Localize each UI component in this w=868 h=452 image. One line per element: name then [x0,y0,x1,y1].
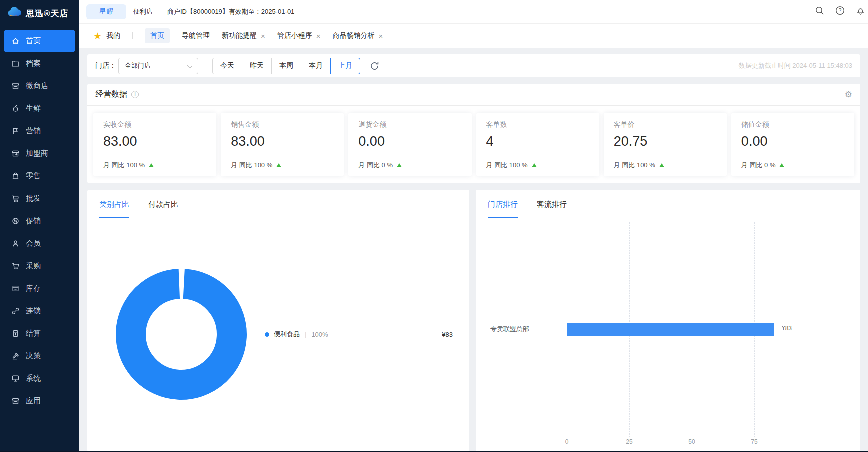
close-tab-icon[interactable]: × [316,32,321,40]
tab-label: 导航管理 [182,31,210,40]
storefront-icon [11,82,20,91]
stat-value: 83.00 [103,134,206,149]
logo-text: 思迅®天店 [26,8,69,19]
tab-payment-share[interactable]: 付款占比 [148,200,178,218]
stat-compare: 月 同比 0 % [358,161,393,170]
sidebar-item-apps[interactable]: 应用 [0,390,75,412]
sidebar-item-wholesale[interactable]: 批发 [0,187,75,210]
close-tab-icon[interactable]: × [379,32,383,40]
stat-card-order-count: 客单数 4 月 同比 100 % [476,113,599,176]
tab-bestseller-analysis[interactable]: 商品畅销分析 × [333,31,383,40]
bar-chart: 专卖联盟总部 ¥83 0 25 50 75 [476,218,860,452]
chevron-down-icon [187,63,192,68]
cart-icon [11,262,20,271]
trend-up-icon [276,163,281,167]
range-this-week-button[interactable]: 本周 [271,58,301,74]
monitor-icon [11,374,20,383]
tab-traffic-ranking[interactable]: 客流排行 [537,200,567,218]
sidebar-item-label: 决策 [26,351,41,361]
sidebar-menu: 首页 档案 微商店 生鲜 营销 加盟商 零售 批发 [0,27,79,412]
sidebar-item-chain[interactable]: 连锁 [0,300,75,322]
stat-card-received-amount: 实收金额 83.00 月 同比 100 % [93,113,216,176]
sidebar-item-home[interactable]: 首页 [4,30,75,52]
home-icon [11,37,20,46]
tab-store-miniprogram[interactable]: 管店小程序 × [277,31,321,40]
filter-bar: 门店： 全部门店 今天 昨天 本周 本月 上月 数据更新截止时间 2024-05… [87,54,860,77]
sidebar-item-archives[interactable]: 档案 [0,52,75,75]
sidebar-item-decision[interactable]: 决策 [0,345,75,367]
tab-new-features[interactable]: 新功能提醒 × [222,31,265,40]
tab-label: 管店小程序 [277,31,312,40]
stat-compare: 月 同比 100 % [103,161,145,170]
donut-legend[interactable]: 便利食品 | 100% ¥83 [265,330,453,339]
chain-link-icon [11,307,20,316]
sidebar-item-label: 库存 [26,284,41,293]
sidebar-item-label: 零售 [26,171,41,181]
stat-value: 20.75 [614,134,717,149]
tab-nav-management[interactable]: 导航管理 [182,31,210,40]
sidebar-item-fresh[interactable]: 生鲜 [0,97,75,120]
gear-icon[interactable]: ⚙ [845,89,852,100]
app-logo[interactable]: 思迅®天店 [0,0,79,27]
tab-home[interactable]: 首页 [145,28,170,43]
receipt-icon [11,329,20,338]
range-last-month-button[interactable]: 上月 [330,58,360,74]
bar-store-hq[interactable] [567,323,774,336]
tab-store-ranking[interactable]: 门店排行 [488,200,518,218]
legend-dot-icon [265,332,269,337]
trend-up-icon [659,163,664,167]
shopping-bag-icon [11,172,20,181]
help-icon[interactable]: ? [835,6,845,17]
stat-card-refund-amount: 退货金额 0.00 月 同比 0 % [348,113,471,176]
sidebar-item-inventory[interactable]: 库存 [0,277,75,300]
stat-compare: 月 同比 0 % [741,161,776,170]
x-tick: 25 [626,438,632,445]
sidebar-item-members[interactable]: 会员 [0,232,75,255]
sidebar-item-label: 系统 [26,374,41,383]
close-tab-icon[interactable]: × [261,32,265,40]
inventory-box-icon [11,284,20,293]
sidebar-item-promotion[interactable]: 促销 [0,210,75,232]
range-this-month-button[interactable]: 本月 [301,58,331,74]
x-tick: 0 [565,438,569,445]
sidebar-item-system[interactable]: 系统 [0,367,75,390]
stat-label: 实收金额 [103,120,206,129]
sidebar-item-label: 连锁 [26,306,41,316]
flag-icon [11,127,20,136]
date-range-group: 今天 昨天 本周 本月 上月 [212,58,360,74]
refresh-icon[interactable] [369,61,380,71]
info-icon[interactable]: i [131,91,139,98]
bell-icon[interactable] [856,6,865,17]
sidebar-item-microstore[interactable]: 微商店 [0,75,75,97]
donut-chart[interactable] [114,267,249,404]
divider [132,32,133,39]
range-today-button[interactable]: 今天 [212,58,242,74]
bar-value-label: ¥83 [782,325,792,332]
sidebar-item-label: 采购 [26,261,41,271]
sidebar-item-label: 批发 [26,194,41,203]
store-select[interactable]: 全部门店 [118,58,198,74]
sidebar-item-marketing[interactable]: 营销 [0,120,75,142]
stat-card-avg-order-value: 客单价 20.75 月 同比 100 % [604,113,727,176]
apps-store-icon [11,397,20,406]
plan-badge[interactable]: 星耀 [86,4,126,19]
legend-name: 便利食品 [274,330,300,339]
range-yesterday-button[interactable]: 昨天 [242,58,272,74]
stat-value: 0.00 [741,134,844,149]
franchise-store-icon [11,149,20,158]
favorites-label: 我的 [106,31,120,40]
tab-category-share[interactable]: 类别占比 [99,200,129,218]
search-icon[interactable] [815,6,824,17]
store-select-value: 全部门店 [125,61,151,70]
stat-label: 储值金额 [741,120,844,129]
sidebar-item-purchase[interactable]: 采购 [0,255,75,277]
svg-text:?: ? [839,7,842,13]
sidebar-item-franchise[interactable]: 加盟商 [0,142,75,165]
bar-category-label: 专卖联盟总部 [490,325,529,334]
folder-icon [11,59,20,68]
stat-label: 销售金额 [231,120,334,129]
sidebar-item-retail[interactable]: 零售 [0,165,75,187]
x-tick: 50 [688,438,695,445]
my-favorites[interactable]: ★ 我的 [93,31,120,41]
sidebar-item-settlement[interactable]: 结算 [0,322,75,345]
